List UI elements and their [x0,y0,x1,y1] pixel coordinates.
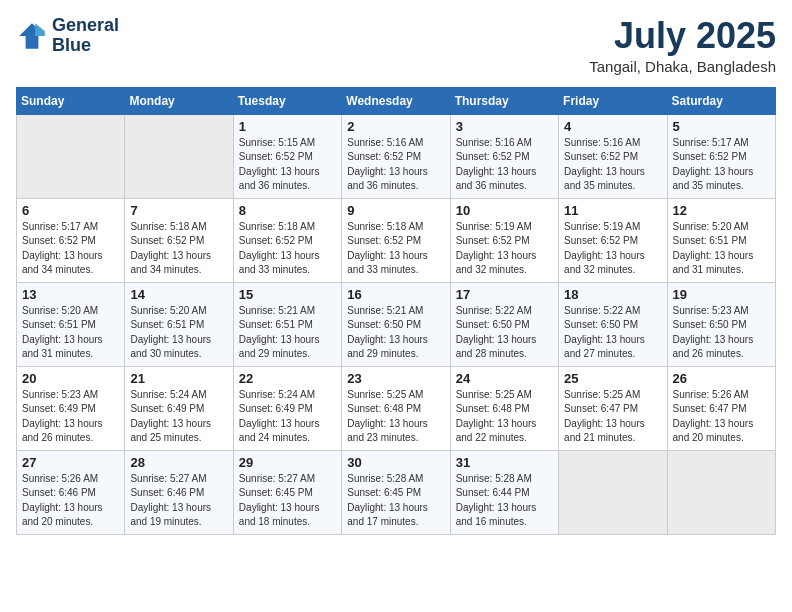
logo: General Blue [16,16,119,56]
day-info: Sunrise: 5:22 AMSunset: 6:50 PMDaylight:… [564,304,661,362]
weekday-header-tuesday: Tuesday [233,87,341,114]
day-number: 22 [239,371,336,386]
day-info: Sunrise: 5:19 AMSunset: 6:52 PMDaylight:… [456,220,553,278]
day-info: Sunrise: 5:18 AMSunset: 6:52 PMDaylight:… [239,220,336,278]
day-info: Sunrise: 5:23 AMSunset: 6:50 PMDaylight:… [673,304,770,362]
calendar-cell: 20Sunrise: 5:23 AMSunset: 6:49 PMDayligh… [17,366,125,450]
month-title: July 2025 [589,16,776,56]
day-info: Sunrise: 5:17 AMSunset: 6:52 PMDaylight:… [673,136,770,194]
calendar-cell: 7Sunrise: 5:18 AMSunset: 6:52 PMDaylight… [125,198,233,282]
day-number: 28 [130,455,227,470]
location-title: Tangail, Dhaka, Bangladesh [589,58,776,75]
day-number: 31 [456,455,553,470]
day-info: Sunrise: 5:21 AMSunset: 6:50 PMDaylight:… [347,304,444,362]
day-number: 5 [673,119,770,134]
day-info: Sunrise: 5:27 AMSunset: 6:45 PMDaylight:… [239,472,336,530]
calendar-cell: 15Sunrise: 5:21 AMSunset: 6:51 PMDayligh… [233,282,341,366]
day-info: Sunrise: 5:16 AMSunset: 6:52 PMDaylight:… [347,136,444,194]
calendar-cell [125,114,233,198]
day-info: Sunrise: 5:28 AMSunset: 6:45 PMDaylight:… [347,472,444,530]
day-info: Sunrise: 5:23 AMSunset: 6:49 PMDaylight:… [22,388,119,446]
logo-icon [16,20,48,52]
calendar-table: SundayMondayTuesdayWednesdayThursdayFrid… [16,87,776,535]
day-info: Sunrise: 5:24 AMSunset: 6:49 PMDaylight:… [130,388,227,446]
day-info: Sunrise: 5:27 AMSunset: 6:46 PMDaylight:… [130,472,227,530]
day-number: 3 [456,119,553,134]
day-info: Sunrise: 5:21 AMSunset: 6:51 PMDaylight:… [239,304,336,362]
day-number: 24 [456,371,553,386]
day-number: 10 [456,203,553,218]
day-number: 6 [22,203,119,218]
weekday-header-wednesday: Wednesday [342,87,450,114]
day-number: 7 [130,203,227,218]
calendar-cell: 4Sunrise: 5:16 AMSunset: 6:52 PMDaylight… [559,114,667,198]
calendar-cell: 1Sunrise: 5:15 AMSunset: 6:52 PMDaylight… [233,114,341,198]
calendar-cell: 25Sunrise: 5:25 AMSunset: 6:47 PMDayligh… [559,366,667,450]
calendar-week-row: 27Sunrise: 5:26 AMSunset: 6:46 PMDayligh… [17,450,776,534]
day-number: 15 [239,287,336,302]
day-number: 25 [564,371,661,386]
day-number: 30 [347,455,444,470]
calendar-cell [559,450,667,534]
weekday-header-sunday: Sunday [17,87,125,114]
day-number: 9 [347,203,444,218]
calendar-cell: 31Sunrise: 5:28 AMSunset: 6:44 PMDayligh… [450,450,558,534]
day-number: 2 [347,119,444,134]
day-info: Sunrise: 5:25 AMSunset: 6:48 PMDaylight:… [347,388,444,446]
weekday-header-friday: Friday [559,87,667,114]
weekday-header-saturday: Saturday [667,87,775,114]
calendar-cell: 3Sunrise: 5:16 AMSunset: 6:52 PMDaylight… [450,114,558,198]
logo-line1: General [52,16,119,36]
day-number: 11 [564,203,661,218]
day-number: 1 [239,119,336,134]
day-info: Sunrise: 5:25 AMSunset: 6:47 PMDaylight:… [564,388,661,446]
day-number: 20 [22,371,119,386]
logo-line2: Blue [52,36,119,56]
calendar-cell: 30Sunrise: 5:28 AMSunset: 6:45 PMDayligh… [342,450,450,534]
logo-text: General Blue [52,16,119,56]
calendar-cell [667,450,775,534]
day-info: Sunrise: 5:16 AMSunset: 6:52 PMDaylight:… [456,136,553,194]
calendar-week-row: 1Sunrise: 5:15 AMSunset: 6:52 PMDaylight… [17,114,776,198]
calendar-cell: 13Sunrise: 5:20 AMSunset: 6:51 PMDayligh… [17,282,125,366]
day-info: Sunrise: 5:28 AMSunset: 6:44 PMDaylight:… [456,472,553,530]
calendar-cell [17,114,125,198]
day-info: Sunrise: 5:25 AMSunset: 6:48 PMDaylight:… [456,388,553,446]
weekday-header-monday: Monday [125,87,233,114]
calendar-cell: 16Sunrise: 5:21 AMSunset: 6:50 PMDayligh… [342,282,450,366]
calendar-cell: 24Sunrise: 5:25 AMSunset: 6:48 PMDayligh… [450,366,558,450]
calendar-cell: 8Sunrise: 5:18 AMSunset: 6:52 PMDaylight… [233,198,341,282]
calendar-week-row: 6Sunrise: 5:17 AMSunset: 6:52 PMDaylight… [17,198,776,282]
day-info: Sunrise: 5:22 AMSunset: 6:50 PMDaylight:… [456,304,553,362]
calendar-cell: 5Sunrise: 5:17 AMSunset: 6:52 PMDaylight… [667,114,775,198]
calendar-cell: 26Sunrise: 5:26 AMSunset: 6:47 PMDayligh… [667,366,775,450]
weekday-header-row: SundayMondayTuesdayWednesdayThursdayFrid… [17,87,776,114]
calendar-cell: 18Sunrise: 5:22 AMSunset: 6:50 PMDayligh… [559,282,667,366]
calendar-cell: 27Sunrise: 5:26 AMSunset: 6:46 PMDayligh… [17,450,125,534]
day-number: 29 [239,455,336,470]
day-info: Sunrise: 5:16 AMSunset: 6:52 PMDaylight:… [564,136,661,194]
day-number: 18 [564,287,661,302]
day-number: 16 [347,287,444,302]
day-info: Sunrise: 5:24 AMSunset: 6:49 PMDaylight:… [239,388,336,446]
day-info: Sunrise: 5:20 AMSunset: 6:51 PMDaylight:… [22,304,119,362]
day-number: 14 [130,287,227,302]
calendar-cell: 17Sunrise: 5:22 AMSunset: 6:50 PMDayligh… [450,282,558,366]
day-info: Sunrise: 5:15 AMSunset: 6:52 PMDaylight:… [239,136,336,194]
day-info: Sunrise: 5:20 AMSunset: 6:51 PMDaylight:… [673,220,770,278]
day-info: Sunrise: 5:17 AMSunset: 6:52 PMDaylight:… [22,220,119,278]
day-number: 23 [347,371,444,386]
day-number: 8 [239,203,336,218]
day-number: 13 [22,287,119,302]
calendar-cell: 9Sunrise: 5:18 AMSunset: 6:52 PMDaylight… [342,198,450,282]
day-info: Sunrise: 5:19 AMSunset: 6:52 PMDaylight:… [564,220,661,278]
day-number: 19 [673,287,770,302]
calendar-cell: 2Sunrise: 5:16 AMSunset: 6:52 PMDaylight… [342,114,450,198]
calendar-cell: 21Sunrise: 5:24 AMSunset: 6:49 PMDayligh… [125,366,233,450]
day-number: 21 [130,371,227,386]
day-info: Sunrise: 5:26 AMSunset: 6:46 PMDaylight:… [22,472,119,530]
calendar-week-row: 20Sunrise: 5:23 AMSunset: 6:49 PMDayligh… [17,366,776,450]
day-number: 12 [673,203,770,218]
day-info: Sunrise: 5:18 AMSunset: 6:52 PMDaylight:… [347,220,444,278]
svg-marker-1 [35,23,45,36]
